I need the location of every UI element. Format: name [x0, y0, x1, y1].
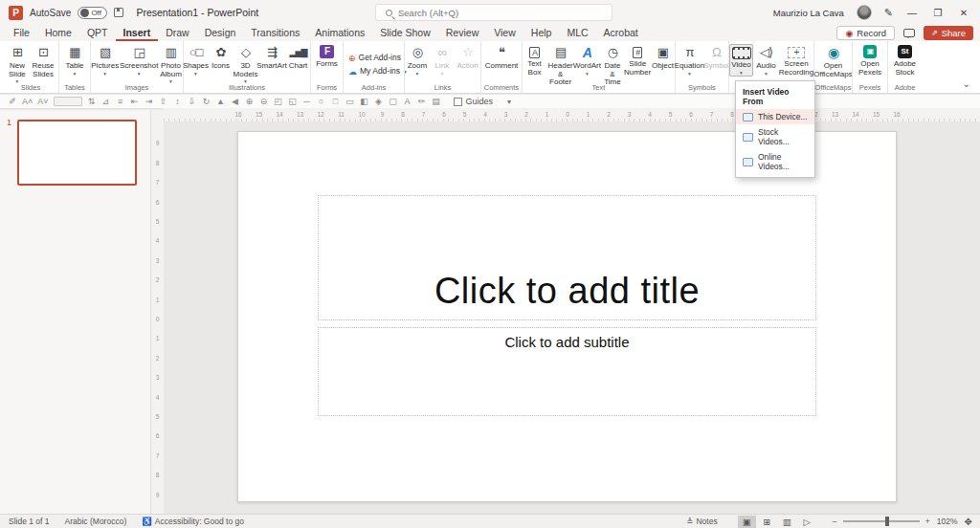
menu-tab-animations[interactable]: Animations — [307, 25, 372, 41]
slide-indicator[interactable]: Slide 1 of 1 — [9, 517, 50, 526]
bring-forward-icon[interactable]: ◰ — [274, 97, 283, 106]
align-left-icon[interactable]: ≡ — [116, 97, 125, 106]
audio-button[interactable]: ◁⟩Audio▾ — [754, 44, 778, 77]
align-top-icon[interactable]: ⇧ — [159, 97, 168, 106]
video-menu-this-device[interactable]: This Device... — [736, 109, 814, 124]
autosave-toggle[interactable]: Off — [78, 7, 107, 19]
flip-horizontal-icon[interactable]: ◀ — [231, 97, 240, 106]
reading-view-button[interactable]: ▥ — [778, 516, 796, 528]
video-menu-stock-videos[interactable]: Stock Videos... — [736, 124, 814, 149]
screen-recording-button[interactable]: +Screen Recording — [779, 44, 813, 77]
paste-icon[interactable]: ▤ — [432, 97, 441, 106]
oval-shape-icon[interactable]: ○ — [317, 97, 326, 106]
format-painter-icon[interactable]: ✐ — [8, 97, 17, 106]
font-size-combo[interactable] — [54, 97, 82, 106]
menu-tab-transitions[interactable]: Transitions — [243, 25, 307, 41]
avatar[interactable] — [857, 5, 872, 20]
menu-tab-qpt[interactable]: QPT — [79, 25, 116, 41]
pictures-button[interactable]: ▧Pictures▾ — [91, 44, 119, 77]
title-placeholder[interactable]: Click to add title — [318, 195, 816, 320]
new-slide-button[interactable]: ⊞New Slide▾ — [5, 44, 29, 85]
menu-tab-draw[interactable]: Draw — [158, 25, 197, 41]
my-add-ins-button[interactable]: ☁My Add-ins▾ — [348, 67, 407, 77]
font-color-icon[interactable]: A — [403, 97, 412, 106]
rectangle-shape-icon[interactable]: □ — [331, 97, 341, 106]
object-button[interactable]: ▣Object — [651, 44, 675, 72]
zoom-button[interactable]: ◎Zoom▾ — [405, 44, 429, 77]
video-button[interactable]: Video▾ — [729, 44, 753, 77]
smartart-button[interactable]: ⇶SmartArt — [258, 44, 285, 72]
date-time-button[interactable]: ◷Date & Time — [600, 44, 624, 88]
forms-button[interactable]: FForms — [314, 44, 340, 70]
text-box-button[interactable]: AText Box — [523, 44, 546, 77]
align-middle-icon[interactable]: ↕ — [173, 97, 183, 106]
rotate-icon[interactable]: ↻ — [202, 97, 212, 106]
header-footer-button[interactable]: ▤Header & Footer — [547, 44, 573, 88]
table-button[interactable]: ▦Table▾ — [63, 44, 87, 77]
slide-number-button[interactable]: #Slide Number — [625, 44, 650, 77]
accessibility-status[interactable]: ♿ Accessibility: Good to go — [142, 517, 244, 526]
zoom-slider[interactable] — [843, 520, 920, 522]
comments-icon[interactable] — [903, 29, 915, 37]
photo-album-button[interactable]: ▥Photo Album▾ — [159, 44, 183, 85]
menu-tab-acrobat[interactable]: Acrobat — [596, 25, 646, 41]
zoom-out-button[interactable]: − — [833, 517, 837, 526]
menu-tab-review[interactable]: Review — [438, 25, 486, 41]
close-button[interactable]: ✕ — [957, 8, 970, 18]
share-button[interactable]: ⇗ Share — [924, 26, 973, 40]
3d-models-button[interactable]: ◇3D Models▾ — [234, 44, 257, 85]
screenshot-button[interactable]: ◲Screenshot▾ — [120, 44, 158, 77]
menu-tab-slide-show[interactable]: Slide Show — [372, 25, 438, 41]
slide-thumbnail[interactable] — [17, 120, 137, 186]
menu-tab-home[interactable]: Home — [37, 25, 79, 41]
zoom-level[interactable]: 102% — [937, 517, 958, 526]
collapse-ribbon-icon[interactable]: ⌄ — [963, 78, 970, 89]
shape-outline-icon[interactable]: ▢ — [389, 97, 398, 106]
menu-tab-help[interactable]: Help — [523, 25, 560, 41]
notes-button[interactable]: ≜ Notes — [686, 517, 717, 526]
save-icon[interactable] — [114, 8, 123, 17]
chart-placeholder-icon[interactable]: ⊿ — [101, 97, 111, 106]
record-button[interactable]: ◉ Record — [836, 26, 894, 40]
wordart-button[interactable]: AWordArt▾ — [574, 44, 599, 77]
shrink-font-icon[interactable]: A˅ — [37, 97, 48, 106]
comment-button[interactable]: ❝Comment — [483, 44, 521, 72]
symbol-button[interactable]: ΩSymbol — [704, 44, 728, 72]
distribute-horizontal-icon[interactable]: ⇤ — [130, 97, 140, 106]
menu-tab-view[interactable]: View — [486, 25, 523, 41]
link-button[interactable]: ∞Link▾ — [430, 44, 454, 77]
shape-fill-icon[interactable]: ◧ — [360, 97, 369, 106]
text-direction-icon[interactable]: ⇅ — [87, 97, 97, 106]
equation-button[interactable]: πEquation▾ — [676, 44, 703, 77]
fit-to-window-icon[interactable]: ✥ — [965, 517, 972, 527]
shape-effects-icon[interactable]: ◈ — [374, 97, 384, 106]
restore-button[interactable]: ❐ — [931, 8, 945, 18]
language-indicator[interactable]: Arabic (Morocco) — [65, 517, 127, 526]
rounded-rectangle-shape-icon[interactable]: ▭ — [345, 97, 355, 106]
pen-icon[interactable]: ✎ — [884, 7, 893, 19]
align-bottom-icon[interactable]: ⇩ — [188, 97, 197, 106]
adobe-stock-button[interactable]: StAdobe Stock — [892, 44, 918, 77]
get-add-ins-button[interactable]: ⊕Get Add-ins — [348, 54, 401, 63]
slideshow-view-button[interactable]: ▷ — [798, 516, 816, 528]
menu-tab-design[interactable]: Design — [197, 25, 244, 41]
open-officemaps-button[interactable]: ◉Open OfficeMaps — [814, 44, 852, 79]
search-input[interactable]: Search (Alt+Q) — [375, 4, 612, 21]
normal-view-button[interactable]: ▣ — [738, 516, 756, 528]
send-backward-icon[interactable]: ◱ — [288, 97, 298, 106]
video-menu-online-videos[interactable]: Online Videos... — [736, 149, 814, 174]
icons-button[interactable]: ✿Icons — [209, 44, 233, 72]
user-name[interactable]: Maurizio La Cava — [773, 8, 844, 18]
menu-tab-mlc[interactable]: MLC — [559, 25, 595, 41]
slide-canvas[interactable]: Click to add title Click to add subtitle — [237, 131, 897, 502]
subtitle-placeholder[interactable]: Click to add subtitle — [318, 327, 816, 416]
grow-font-icon[interactable]: A˄ — [22, 97, 33, 106]
action-button[interactable]: ☆Action — [455, 44, 479, 72]
flip-vertical-icon[interactable]: ▲ — [216, 97, 226, 106]
guides-toggle[interactable]: Guides — [454, 97, 494, 106]
qat-more-icon[interactable]: ▾ — [507, 98, 511, 106]
distribute-vertical-icon[interactable]: ⇥ — [145, 97, 154, 106]
menu-tab-insert[interactable]: Insert — [116, 25, 159, 41]
reuse-slides-button[interactable]: ⊡Reuse Slides — [30, 44, 56, 79]
zoom-slider-thumb[interactable] — [885, 517, 889, 526]
